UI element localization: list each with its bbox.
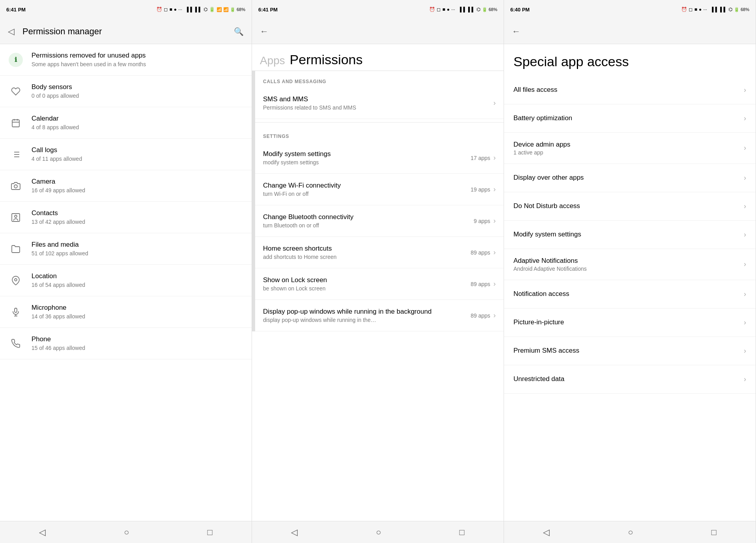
back-button-panel1[interactable]: ◁ (6, 25, 16, 38)
special-item-battery-opt[interactable]: Battery optimization › (504, 104, 756, 133)
perm2-subtitle-modify: modify system settings (263, 159, 471, 166)
page-title-panel1: Permission manager (22, 26, 226, 37)
tab-permissions[interactable]: Permissions (290, 52, 363, 67)
perm-info-call-logs: Call logs 4 of 11 apps allowed (32, 146, 244, 162)
perm2-title-home-shortcuts: Home screen shortcuts (263, 245, 471, 253)
alarm-icon3: ⏰ (681, 7, 687, 12)
chevron-right-lock-screen: › (493, 280, 496, 288)
special-info-adaptive-notif: Adaptive Notifications Android Adaptive … (513, 257, 744, 272)
nav-back-panel1[interactable]: ◁ (30, 524, 55, 541)
chevron-right-popup: › (493, 311, 496, 320)
list-item-location[interactable]: Location 16 of 54 apps allowed (0, 265, 252, 296)
search-button-panel1[interactable]: 🔍 (232, 25, 245, 38)
list-item-popup[interactable]: Display pop-up windows while running in … (255, 300, 504, 331)
nav-recents-panel2[interactable]: □ (450, 524, 474, 541)
special-info-premium-sms: Premium SMS access (513, 347, 744, 355)
nav-recents-panel1[interactable]: □ (198, 524, 222, 541)
list-item-calendar[interactable]: Calendar 4 of 8 apps allowed (0, 107, 252, 139)
list-item-modify-system[interactable]: Modify system settings modify system set… (255, 142, 504, 174)
special-title-battery-opt: Battery optimization (513, 114, 744, 122)
list-item-call-logs[interactable]: Call logs 4 of 11 apps allowed (0, 139, 252, 170)
nav-recents-panel3[interactable]: □ (702, 524, 726, 541)
wifi-icon3: ⌬ (728, 7, 732, 12)
permission-list: ℹ Permissions removed for unused apps So… (0, 44, 252, 521)
list-item-home-shortcuts[interactable]: Home screen shortcuts add shortcuts to H… (255, 237, 504, 268)
chevron-right-display-over: › (744, 174, 746, 182)
special-info-notif-access: Notification access (513, 290, 744, 298)
nav-home-panel2[interactable]: ○ (367, 524, 391, 541)
perm-info-contacts: Contacts 13 of 42 apps allowed (32, 209, 244, 225)
list-item-phone[interactable]: Phone 15 of 46 apps allowed (0, 328, 252, 359)
special-item-pip[interactable]: Picture-in-picture › (504, 309, 756, 337)
perm2-info-bluetooth: Change Bluetooth connectivity turn Bluet… (263, 213, 474, 229)
battery-percent: 📶 📶 🔋 68% (217, 7, 245, 12)
special-item-premium-sms[interactable]: Premium SMS access › (504, 337, 756, 365)
special-item-all-files[interactable]: All files access › (504, 76, 756, 104)
perm-title-call-logs: Call logs (32, 146, 244, 154)
list-item-wifi[interactable]: Change Wi-Fi connectivity turn Wi-Fi on … (255, 174, 504, 205)
wifi-icon2: ⌬ (476, 7, 480, 12)
back-button-panel3[interactable]: ← (510, 25, 522, 38)
perm2-title-popup: Display pop-up windows while running in … (263, 308, 471, 316)
screenshot-icon2: ◻ (437, 7, 441, 12)
special-item-display-over[interactable]: Display over other apps › (504, 164, 756, 192)
nav-home-panel1[interactable]: ○ (115, 524, 139, 541)
perm2-subtitle-sms: Permissions related to SMS and MMS (263, 104, 493, 111)
list-item-lock-screen[interactable]: Show on Lock screen be shown on Lock scr… (255, 268, 504, 300)
special-info-display-over: Display over other apps (513, 174, 744, 182)
special-item-unrestricted-data[interactable]: Unrestricted data › (504, 365, 756, 394)
screenshot-icon: ◻ (164, 7, 168, 12)
special-info-unrestricted-data: Unrestricted data (513, 375, 744, 383)
status-time-panel2: 6:41 PM (258, 7, 278, 13)
list-item-microphone[interactable]: Microphone 14 of 36 apps allowed (0, 296, 252, 328)
tab-header-panel2: Apps Permissions (252, 44, 504, 71)
perm-title-phone: Phone (32, 335, 244, 344)
nav-back-panel2[interactable]: ◁ (282, 524, 307, 541)
perm-title-files-media: Files and media (32, 240, 244, 249)
perm-title-calendar: Calendar (32, 114, 244, 123)
back-button-panel2[interactable]: ← (258, 25, 270, 38)
list-item-contacts[interactable]: Contacts 13 of 42 apps allowed (0, 202, 252, 233)
list-item-bluetooth[interactable]: Change Bluetooth connectivity turn Bluet… (255, 205, 504, 237)
nav-home-panel3[interactable]: ○ (619, 524, 643, 541)
svg-point-10 (14, 185, 17, 188)
alarm-icon2: ⏰ (429, 7, 435, 12)
special-item-device-admin[interactable]: Device admin apps 1 active app › (504, 133, 756, 164)
special-title-display-over: Display over other apps (513, 174, 744, 182)
alarm-icon: ⏰ (156, 7, 162, 12)
perm2-title-lock-screen: Show on Lock screen (263, 276, 471, 284)
special-info-dnd: Do Not Disturb access (513, 202, 744, 210)
status-icons-panel3: ⏰ ◻ ■ ● ··· ▌▌ ▌▌ ⌬ 🔋 68% (681, 7, 749, 12)
list-item-sms-mms[interactable]: SMS and MMS Permissions related to SMS a… (255, 87, 504, 119)
special-item-modify-sys[interactable]: Modify system settings › (504, 221, 756, 249)
list-item-unused-apps[interactable]: ℹ Permissions removed for unused apps So… (0, 44, 252, 76)
special-info-all-files: All files access (513, 86, 744, 94)
special-title-pip: Picture-in-picture (513, 318, 744, 326)
battery-level2: 🔋 68% (482, 7, 497, 12)
perm-subtitle-call-logs: 4 of 11 apps allowed (32, 155, 244, 162)
special-title-device-admin: Device admin apps (513, 141, 744, 149)
special-item-notif-access[interactable]: Notification access › (504, 280, 756, 309)
perm-subtitle-body-sensors: 0 of 0 apps allowed (32, 92, 244, 99)
more-icon3: ··· (703, 7, 707, 12)
special-item-adaptive-notif[interactable]: Adaptive Notifications Android Adaptive … (504, 249, 756, 280)
list-item-files-media[interactable]: Files and media 51 of 102 apps allowed (0, 233, 252, 265)
tab-apps[interactable]: Apps (260, 54, 285, 67)
perm-info-phone: Phone 15 of 46 apps allowed (32, 335, 244, 351)
special-info-modify-sys: Modify system settings (513, 231, 744, 238)
pin-icon: ● (174, 7, 177, 12)
list-item-body-sensors[interactable]: Body sensors 0 of 0 apps allowed (0, 76, 252, 107)
battery-level3: 🔋 68% (734, 7, 749, 12)
battery-level-icon: 🔋 (209, 7, 215, 12)
perm2-subtitle-wifi: turn Wi-Fi on or off (263, 191, 471, 197)
nav-back-panel3[interactable]: ◁ (534, 524, 559, 541)
special-item-dnd[interactable]: Do Not Disturb access › (504, 192, 756, 221)
list-item-camera[interactable]: Camera 16 of 49 apps allowed (0, 170, 252, 202)
panel2-apps-permissions: 6:41 PM ⏰ ◻ ■ ● ··· ▌▌ ▌▌ ⌬ 🔋 68% ← Apps… (252, 0, 504, 543)
perm2-info-popup: Display pop-up windows while running in … (263, 308, 471, 323)
phone-icon (8, 336, 24, 351)
pin-icon2: ● (447, 7, 450, 12)
status-time-panel1: 6:41 PM (6, 7, 26, 13)
perm-info-unused-apps: Permissions removed for unused apps Some… (32, 51, 244, 68)
signal2b-icon: ▌▌ (468, 7, 475, 12)
